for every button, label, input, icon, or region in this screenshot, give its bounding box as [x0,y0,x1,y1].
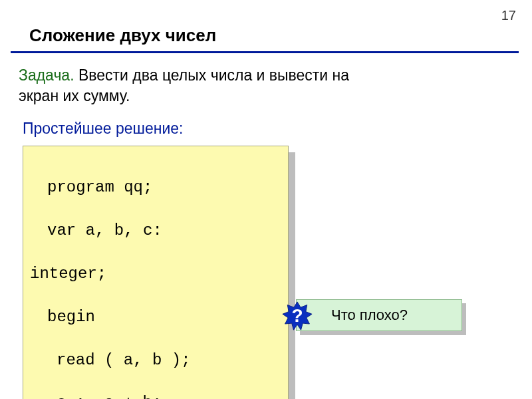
task-text-2: экран их сумму. [19,87,130,104]
code-line: var a, b, c: [30,220,285,241]
code-line: read ( a, b ); [30,350,285,371]
code-block: program qq; var a, b, c: integer; begin … [23,146,289,399]
task-text-1: Ввести два целых числа и вывести на [74,66,350,84]
code-line: begin [30,307,285,328]
code-line: c := a + b; [30,392,285,399]
page-number: 17 [501,8,516,23]
task-label: Задача. [19,66,74,84]
callout-text: Что плохо? [331,307,408,324]
question-mark-icon: ? [291,305,303,327]
code-box: program qq; var a, b, c: integer; begin … [23,146,289,399]
slide-heading: Сложение двух чисел [11,0,519,53]
solution-label: Простейшее решение: [0,106,532,146]
code-line: program qq; [30,177,285,198]
callout: ? Что плохо? [296,299,462,331]
code-line: integer; [30,263,285,285]
question-badge: ? [282,301,313,332]
task-statement: Задача. Ввести два целых числа и вывести… [0,53,532,106]
callout-box: ? Что плохо? [296,299,462,331]
